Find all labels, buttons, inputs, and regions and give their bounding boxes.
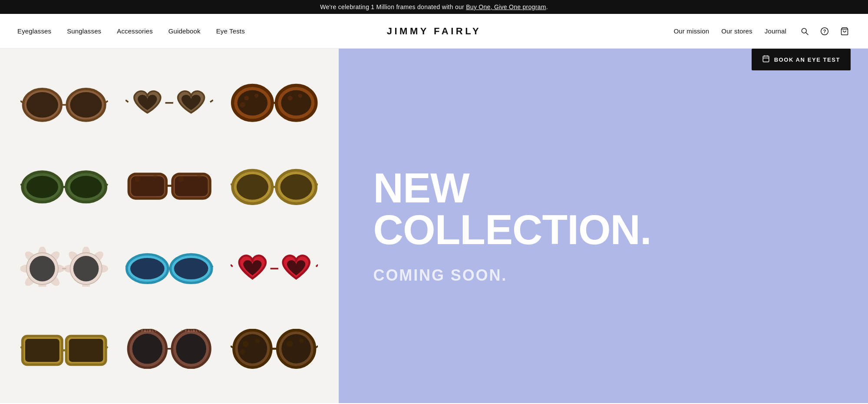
hero-subtitle: COMING SOON. [373, 266, 833, 285]
nav-sunglasses[interactable]: Sunglasses [67, 27, 101, 35]
svg-text:J FAIRLY: J FAIRLY [181, 329, 202, 332]
list-item [226, 329, 323, 369]
list-item [16, 165, 113, 205]
book-eye-test-label: BOOK AN EYE TEST [774, 56, 840, 63]
sunglasses-display [125, 247, 213, 287]
svg-rect-84 [69, 339, 103, 362]
svg-point-43 [178, 176, 184, 182]
svg-point-100 [242, 341, 249, 347]
calendar-svg [762, 55, 770, 63]
svg-line-1 [806, 32, 808, 34]
svg-point-44 [197, 174, 201, 178]
nav-right: Our mission Our stores Journal ? [674, 25, 851, 37]
svg-point-72 [130, 258, 165, 279]
hero-section: J FAIRLY J FAIRLY NE [0, 49, 868, 403]
sunglasses-grid: J FAIRLY J FAIRLY [0, 49, 339, 403]
announcement-link[interactable]: Buy One, Give One program [466, 3, 546, 10]
list-item [226, 165, 323, 205]
svg-line-17 [125, 100, 128, 103]
svg-point-24 [244, 96, 249, 101]
book-eye-test-button[interactable]: BOOK AN EYE TEST [752, 49, 851, 70]
nav-guidebook[interactable]: Guidebook [168, 27, 201, 35]
navbar: Eyeglasses Sunglasses Accessories Guideb… [0, 14, 868, 49]
hero-title: NEW COLLECTION. [373, 167, 833, 251]
sunglasses-display [231, 165, 318, 205]
svg-point-104 [299, 338, 304, 343]
announcement-bar: We're celebrating 1 Million frames donat… [0, 0, 868, 14]
svg-line-105 [231, 346, 233, 348]
sunglasses-display [20, 83, 108, 123]
list-item: J FAIRLY J FAIRLY [121, 329, 218, 369]
sunglasses-display [20, 329, 108, 369]
svg-text:J FAIRLY: J FAIRLY [137, 329, 158, 332]
sunglasses-display [20, 247, 108, 287]
help-icon: ? [820, 27, 829, 36]
svg-rect-82 [25, 339, 59, 362]
nav-eye-tests[interactable]: Eye Tests [216, 27, 245, 35]
nav-our-stores[interactable]: Our stores [721, 27, 752, 35]
sunglasses-display [231, 329, 318, 369]
svg-point-26 [240, 102, 245, 108]
svg-point-91 [176, 334, 206, 364]
cart-icon [840, 27, 849, 36]
svg-point-96 [238, 334, 267, 364]
list-item [121, 83, 218, 123]
list-item [226, 247, 323, 287]
svg-point-89 [132, 334, 163, 364]
svg-point-25 [254, 94, 258, 98]
announcement-text-before: We're celebrating 1 Million frames donat… [320, 3, 466, 10]
svg-point-0 [802, 28, 806, 33]
list-item [16, 329, 113, 369]
svg-point-98 [281, 334, 311, 364]
svg-point-74 [174, 258, 208, 279]
list-item [121, 247, 218, 287]
svg-line-79 [231, 265, 233, 267]
site-logo[interactable]: JIMMY FAIRLY [387, 26, 482, 37]
hero-title-line1: NEW [373, 165, 469, 211]
announcement-text-after: . [546, 3, 548, 10]
calendar-icon [762, 55, 770, 64]
nav-right-links: Our mission Our stores Journal [674, 27, 786, 35]
svg-line-106 [316, 346, 318, 348]
sunglasses-display [231, 247, 318, 287]
list-item [121, 165, 218, 205]
svg-point-28 [298, 94, 302, 98]
hero-title-line2: COLLECTION. [373, 206, 651, 253]
svg-line-76 [125, 266, 127, 268]
svg-rect-5 [763, 56, 769, 62]
sunglasses-display: J FAIRLY J FAIRLY [125, 329, 213, 369]
svg-line-77 [212, 266, 213, 268]
svg-text:?: ? [823, 29, 826, 34]
nav-icons: ? [799, 25, 851, 37]
svg-point-27 [288, 96, 293, 101]
sunglasses-display [20, 165, 108, 205]
svg-point-61 [30, 256, 55, 282]
svg-point-102 [240, 349, 245, 355]
nav-journal[interactable]: Journal [765, 27, 786, 35]
hero-right-panel: NEW COLLECTION. COMING SOON. [339, 49, 868, 403]
sunglasses-display [125, 83, 213, 123]
svg-line-18 [210, 100, 213, 103]
cart-button[interactable] [838, 25, 851, 37]
sunglasses-display [231, 83, 318, 123]
sunglasses-display [125, 165, 213, 205]
svg-line-80 [316, 265, 318, 267]
nav-accessories[interactable]: Accessories [117, 27, 153, 35]
svg-point-42 [153, 174, 157, 178]
nav-our-mission[interactable]: Our mission [674, 27, 710, 35]
svg-point-48 [280, 174, 312, 200]
svg-point-101 [255, 338, 260, 343]
help-button[interactable]: ? [818, 25, 831, 37]
svg-point-32 [70, 176, 102, 198]
list-item [16, 247, 113, 287]
list-item [16, 83, 113, 123]
svg-point-103 [286, 341, 293, 347]
nav-eyeglasses[interactable]: Eyeglasses [17, 27, 51, 35]
search-button[interactable] [799, 25, 811, 37]
list-item [226, 83, 323, 123]
svg-point-41 [135, 176, 140, 182]
svg-point-46 [237, 174, 268, 200]
svg-point-12 [70, 93, 102, 118]
svg-point-69 [73, 256, 99, 282]
nav-left: Eyeglasses Sunglasses Accessories Guideb… [17, 27, 245, 35]
